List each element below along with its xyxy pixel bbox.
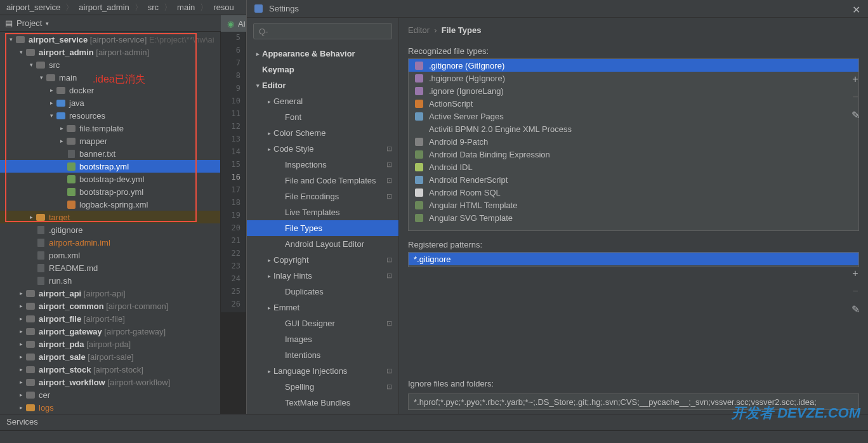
- tree-item[interactable]: ▸airport_common [airport-common]: [0, 300, 220, 312]
- line-number[interactable]: 11: [221, 109, 246, 122]
- patterns-list[interactable]: *.gitignore: [408, 252, 859, 267]
- tree-item[interactable]: .gitignore: [0, 223, 220, 236]
- expand-arrow-icon[interactable]: ▸: [58, 138, 65, 144]
- line-number[interactable]: 24: [221, 274, 246, 287]
- expand-arrow-icon[interactable]: [28, 227, 34, 233]
- nav-item[interactable]: ▸Appearance & Behavior: [247, 46, 398, 62]
- tree-item[interactable]: ▸airport_pda [airport-pda]: [0, 338, 220, 350]
- line-number[interactable]: 16: [221, 173, 246, 185]
- expand-arrow-icon[interactable]: ▸: [18, 328, 24, 334]
- nav-item[interactable]: Inspections⊡: [247, 157, 398, 173]
- file-type-item[interactable]: .hgignore (HgIgnore): [409, 72, 858, 84]
- expand-arrow-icon[interactable]: [28, 239, 34, 246]
- nav-item[interactable]: ▸Copyright⊡: [247, 252, 398, 268]
- expand-arrow-icon[interactable]: ▾: [18, 49, 24, 55]
- expand-arrow-icon[interactable]: [58, 163, 65, 169]
- expand-arrow-icon[interactable]: ▾: [38, 74, 44, 81]
- nav-item[interactable]: File and Code Templates⊡: [247, 173, 398, 188]
- line-number[interactable]: 20: [221, 223, 246, 236]
- tree-item[interactable]: ▸java: [0, 96, 220, 109]
- expand-arrow-icon[interactable]: ▸: [48, 87, 55, 93]
- tree-item[interactable]: ▾airport_service [airport-service] E:\pr…: [0, 33, 220, 46]
- expand-arrow-icon[interactable]: [58, 176, 65, 182]
- tree-item[interactable]: ▸mapper: [0, 135, 220, 147]
- tree-item[interactable]: logback-spring.xml: [0, 198, 220, 211]
- nav-item[interactable]: Live Templates: [247, 204, 398, 220]
- line-number[interactable]: 7: [221, 58, 246, 71]
- edit-icon[interactable]: ✎: [849, 303, 862, 315]
- nav-item[interactable]: Font: [247, 109, 398, 125]
- pattern-item[interactable]: *.gitignore: [409, 253, 858, 265]
- line-number[interactable]: 22: [221, 249, 246, 261]
- file-type-item[interactable]: Android Data Binding Expression: [409, 148, 858, 161]
- file-type-item[interactable]: Activiti BPMN 2.0 Engine XML Process: [409, 122, 858, 135]
- nav-item[interactable]: Duplicates: [247, 284, 398, 300]
- tree-item[interactable]: ▸logs: [0, 401, 220, 414]
- line-number[interactable]: 15: [221, 160, 246, 173]
- nav-item[interactable]: TextMate Bundles: [247, 395, 398, 411]
- tree-item[interactable]: ▸cer: [0, 388, 220, 401]
- expand-arrow-icon[interactable]: ▸: [18, 315, 24, 322]
- file-type-item[interactable]: ActionScript: [409, 97, 858, 110]
- file-type-item[interactable]: Angular HTML Template: [409, 199, 858, 211]
- line-number[interactable]: 26: [221, 300, 246, 312]
- expand-arrow-icon[interactable]: ▸: [18, 379, 24, 385]
- tree-item[interactable]: bootstrap-pro.yml: [0, 185, 220, 198]
- remove-icon[interactable]: −: [849, 91, 862, 103]
- tree-item[interactable]: ▸file.template: [0, 122, 220, 135]
- line-number[interactable]: 10: [221, 96, 246, 109]
- nav-item[interactable]: ▸Code Style⊡: [247, 141, 398, 157]
- line-number[interactable]: 25: [221, 287, 246, 300]
- tree-item[interactable]: ▾resources: [0, 109, 220, 122]
- nav-item[interactable]: ▸Emmet: [247, 300, 398, 315]
- expand-arrow-icon[interactable]: [28, 252, 34, 258]
- file-type-item[interactable]: Angular SVG Template: [409, 211, 858, 224]
- expand-arrow-icon[interactable]: ▾: [8, 36, 14, 43]
- tree-item[interactable]: bootstrap.yml: [0, 160, 220, 173]
- expand-arrow-icon[interactable]: [28, 265, 34, 271]
- remove-icon[interactable]: −: [849, 286, 862, 297]
- tree-item[interactable]: banner.txt: [0, 147, 220, 160]
- expand-arrow-icon[interactable]: ▸: [18, 303, 24, 309]
- tree-item[interactable]: run.sh: [0, 274, 220, 287]
- edit-icon[interactable]: ✎: [849, 109, 862, 121]
- nav-item[interactable]: ▾Editor: [247, 77, 398, 93]
- expand-arrow-icon[interactable]: [58, 188, 65, 195]
- nav-item[interactable]: Android Layout Editor: [247, 236, 398, 252]
- tree-item[interactable]: airport-admin.iml: [0, 236, 220, 249]
- nav-item[interactable]: File Types: [247, 220, 398, 236]
- add-icon[interactable]: +: [849, 268, 862, 279]
- file-type-item[interactable]: .ignore (IgnoreLang): [409, 84, 858, 97]
- nav-item[interactable]: Spelling⊡: [247, 379, 398, 395]
- line-number[interactable]: 18: [221, 198, 246, 211]
- tree-item[interactable]: ▾airport_admin [airport-admin]: [0, 46, 220, 58]
- line-number[interactable]: 21: [221, 236, 246, 249]
- crumb-3[interactable]: main: [174, 3, 197, 12]
- expand-arrow-icon[interactable]: ▸: [48, 100, 55, 106]
- tree-item[interactable]: bootstrap-dev.yml: [0, 173, 220, 185]
- nav-item[interactable]: Intentions: [247, 347, 398, 363]
- line-number[interactable]: 5: [221, 33, 246, 46]
- tree-item[interactable]: ▸airport_api [airport-api]: [0, 287, 220, 300]
- project-label[interactable]: Project: [16, 18, 42, 28]
- tree-item[interactable]: ▸airport_stock [airport-stock]: [0, 363, 220, 376]
- line-number[interactable]: 9: [221, 84, 246, 96]
- tree-item[interactable]: ▸airport_gateway [airport-gateway]: [0, 325, 220, 338]
- expand-arrow-icon[interactable]: ▸: [18, 290, 24, 296]
- crumb-4[interactable]: resou: [211, 3, 237, 12]
- nav-item[interactable]: ▸Language Injections⊡: [247, 363, 398, 379]
- line-number[interactable]: 23: [221, 261, 246, 274]
- expand-arrow-icon[interactable]: ▸: [18, 354, 24, 360]
- nav-item[interactable]: GUI Designer⊡: [247, 315, 398, 331]
- expand-arrow-icon[interactable]: ▸: [58, 125, 65, 131]
- line-number[interactable]: 6: [221, 46, 246, 58]
- settings-search-input[interactable]: Q-: [253, 23, 392, 39]
- tree-item[interactable]: ▸airport_file [airport-file]: [0, 312, 220, 325]
- expand-arrow-icon[interactable]: [58, 201, 65, 208]
- line-number[interactable]: 17: [221, 185, 246, 198]
- add-icon[interactable]: +: [849, 74, 862, 85]
- tree-item[interactable]: ▸target: [0, 211, 220, 223]
- expand-arrow-icon[interactable]: ▸: [18, 404, 24, 411]
- file-types-list[interactable]: .gitignore (GitIgnore).hgignore (HgIgnor…: [408, 58, 859, 231]
- expand-arrow-icon[interactable]: [58, 150, 65, 157]
